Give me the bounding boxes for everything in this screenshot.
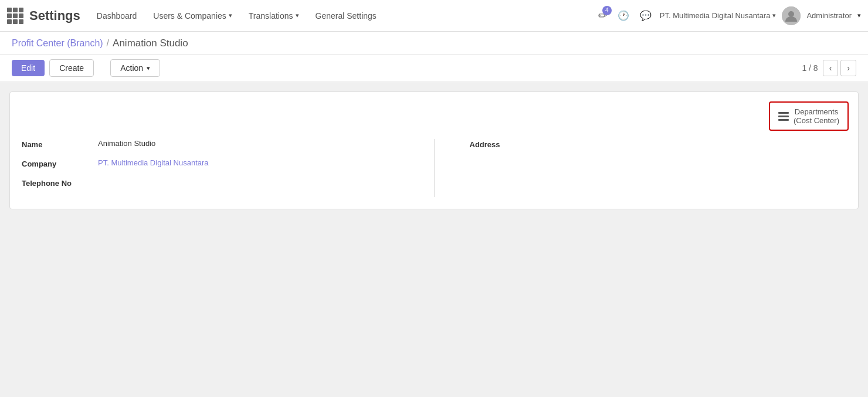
navbar: Settings Dashboard Users & Companies ▾ T… xyxy=(0,0,868,32)
chevron-down-icon: ▾ xyxy=(147,65,150,72)
nav-items: Dashboard Users & Companies ▾ Translatio… xyxy=(90,8,596,24)
telephone-label: Telephone No xyxy=(22,178,98,188)
nav-right: ✏ 4 🕐 💬 PT. Multimedia Digital Nusantara… xyxy=(596,6,861,25)
clock-icon: 🕐 xyxy=(618,10,629,21)
breadcrumb-parent-link[interactable]: Profit Center (Branch) xyxy=(12,38,103,49)
chevron-down-icon: ▾ xyxy=(296,12,299,19)
chevron-down-icon: ▾ xyxy=(229,12,232,19)
nav-item-users-companies[interactable]: Users & Companies ▾ xyxy=(146,8,239,24)
edit-button[interactable]: Edit xyxy=(12,60,45,76)
field-row-telephone: Telephone No xyxy=(22,178,399,188)
departments-smart-button[interactable]: Departments(Cost Center) xyxy=(769,101,849,131)
grid-icon[interactable] xyxy=(7,8,23,24)
edit-notifications-button[interactable]: ✏ 4 xyxy=(596,7,609,25)
name-label: Name xyxy=(22,139,98,149)
chat-button[interactable]: 💬 xyxy=(638,8,654,23)
toolbar: Edit Create Action ▾ 1 / 8 ‹ › xyxy=(0,55,868,82)
company-label: Company xyxy=(22,158,98,168)
form-section: Name Animation Studio Company PT. Multim… xyxy=(22,104,846,197)
notification-badge: 4 xyxy=(602,6,612,15)
svg-point-1 xyxy=(788,11,794,17)
chevron-down-icon: ▾ xyxy=(772,12,776,19)
field-row-address: Address xyxy=(470,139,847,149)
prev-page-button[interactable]: ‹ xyxy=(823,60,839,76)
avatar xyxy=(782,6,801,25)
chevron-down-icon: ▾ xyxy=(857,12,861,19)
breadcrumb-separator: / xyxy=(107,38,109,49)
record-card: Departments(Cost Center) Name Animation … xyxy=(9,91,859,209)
action-button[interactable]: Action ▾ xyxy=(110,59,160,77)
departments-label: Departments(Cost Center) xyxy=(794,107,839,125)
field-row-company: Company PT. Multimedia Digital Nusantara xyxy=(22,158,399,168)
company-name-label: PT. Multimedia Digital Nusantara xyxy=(660,11,771,20)
brand-title: Settings xyxy=(29,8,80,23)
chat-icon: 💬 xyxy=(640,10,652,21)
company-selector[interactable]: PT. Multimedia Digital Nusantara ▾ xyxy=(660,11,777,20)
main-content: Departments(Cost Center) Name Animation … xyxy=(0,82,868,385)
create-button[interactable]: Create xyxy=(49,59,94,77)
breadcrumb: Profit Center (Branch) / Animation Studi… xyxy=(12,38,856,54)
admin-name-label[interactable]: Administrator xyxy=(806,11,852,20)
nav-item-translations[interactable]: Translations ▾ xyxy=(242,8,306,24)
company-value-link[interactable]: PT. Multimedia Digital Nusantara xyxy=(98,158,209,167)
name-value: Animation Studio xyxy=(98,139,155,148)
field-row-name: Name Animation Studio xyxy=(22,139,399,149)
brand: Settings xyxy=(7,8,80,24)
address-label: Address xyxy=(470,139,546,149)
nav-item-dashboard[interactable]: Dashboard xyxy=(90,8,144,24)
nav-item-general-settings[interactable]: General Settings xyxy=(308,8,384,24)
form-right: Address xyxy=(470,139,847,197)
toolbar-right: 1 / 8 ‹ › xyxy=(802,60,856,76)
vertical-divider xyxy=(434,139,435,197)
breadcrumb-area: Profit Center (Branch) / Animation Studi… xyxy=(0,32,868,55)
page-info: 1 / 8 xyxy=(802,63,818,73)
next-page-button[interactable]: › xyxy=(840,60,856,76)
form-left: Name Animation Studio Company PT. Multim… xyxy=(22,139,399,197)
breadcrumb-current: Animation Studio xyxy=(113,38,188,49)
action-label: Action xyxy=(120,63,143,73)
clock-button[interactable]: 🕐 xyxy=(615,8,632,23)
list-icon xyxy=(778,112,789,121)
